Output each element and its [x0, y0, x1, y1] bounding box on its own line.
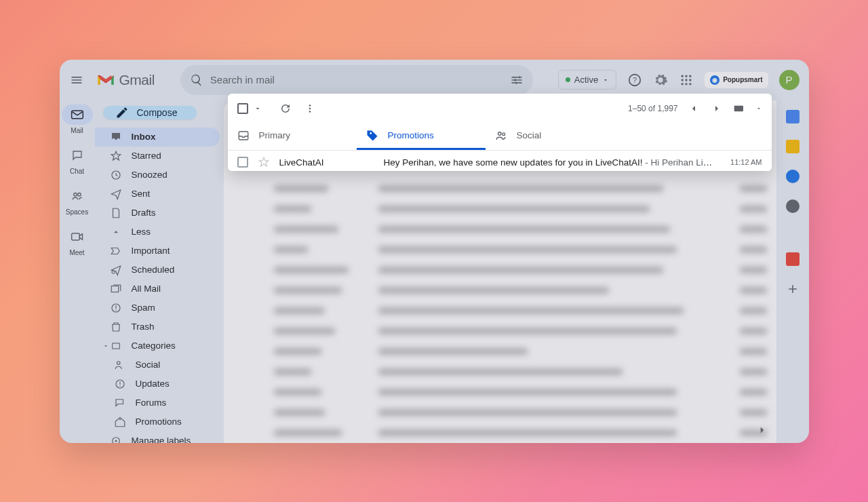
inbox-icon	[237, 130, 250, 142]
account-avatar[interactable]: P	[779, 70, 800, 90]
svg-rect-32	[239, 132, 248, 140]
next-page-button[interactable]	[709, 101, 724, 116]
nav-important[interactable]: Important	[95, 242, 220, 260]
mail-icon	[71, 109, 84, 120]
nav-scheduled[interactable]: Scheduled	[95, 260, 220, 279]
svg-point-11	[682, 83, 684, 85]
select-all-checkbox[interactable]	[237, 103, 248, 114]
mail-toolbar: 1–50 of 1,997	[228, 94, 772, 123]
nav-trash[interactable]: Trash	[95, 317, 220, 336]
nav-less[interactable]: Less	[95, 223, 220, 242]
left-rail: Mail Chat Spaces Meet	[60, 100, 95, 443]
tune-icon[interactable]	[510, 73, 524, 87]
nav-sent[interactable]: Sent	[95, 185, 220, 204]
contacts-addon-icon[interactable]	[786, 199, 800, 213]
svg-rect-31	[734, 105, 743, 111]
nav-categories[interactable]: Categories	[95, 336, 220, 355]
svg-point-9	[685, 79, 687, 81]
compose-button[interactable]: Compose	[103, 106, 197, 119]
nav-forums[interactable]: Forums	[95, 393, 220, 412]
search-bar[interactable]: Search in mail	[180, 65, 533, 95]
rail-mail[interactable]: Mail	[62, 104, 93, 134]
nav-promotions[interactable]: Promotions	[95, 412, 220, 431]
nav-starred[interactable]: Starred	[95, 147, 220, 166]
status-indicator[interactable]: Active	[558, 70, 616, 90]
svg-rect-17	[71, 233, 79, 240]
svg-point-23	[117, 361, 120, 364]
svg-rect-20	[111, 286, 119, 292]
svg-point-2	[514, 79, 516, 81]
product-name: Gmail	[119, 72, 155, 88]
search-icon	[190, 73, 203, 87]
search-placeholder: Search in mail	[210, 74, 275, 85]
nav-social[interactable]: Social	[95, 355, 220, 374]
gmail-logo[interactable]: Gmail	[96, 72, 155, 88]
refresh-button[interactable]	[278, 101, 293, 116]
extension-badge[interactable]: ◉ Popupsmart	[705, 72, 768, 88]
nav-inbox[interactable]: Inbox	[95, 128, 220, 147]
email-sender: LiveChatAI	[279, 157, 374, 168]
more-button[interactable]	[302, 101, 317, 116]
settings-button[interactable]	[653, 73, 668, 88]
svg-point-5	[682, 75, 684, 77]
rail-spaces[interactable]: Spaces	[62, 186, 93, 216]
svg-text:?: ?	[633, 75, 637, 83]
nav-spam[interactable]: Spam	[95, 298, 220, 317]
help-button[interactable]: ?	[627, 73, 642, 88]
svg-point-12	[685, 83, 687, 85]
input-tools-button[interactable]	[732, 101, 747, 116]
svg-point-6	[685, 75, 687, 77]
nav-drafts[interactable]: Drafts	[95, 204, 220, 223]
email-checkbox[interactable]	[237, 157, 248, 168]
pencil-icon	[115, 106, 129, 119]
star-icon[interactable]	[258, 156, 270, 168]
prev-page-button[interactable]	[686, 101, 701, 116]
category-tabs: Primary Promotions Social	[228, 123, 772, 151]
nav-all-mail[interactable]: All Mail	[95, 279, 220, 298]
chevron-down-icon	[602, 77, 609, 83]
svg-point-33	[498, 132, 501, 135]
calendar-addon-icon[interactable]	[786, 110, 800, 123]
meet-icon	[71, 231, 84, 242]
chevron-down-icon[interactable]	[755, 105, 762, 112]
svg-point-8	[682, 79, 684, 81]
select-dropdown-icon[interactable]	[254, 104, 262, 113]
svg-point-28	[309, 104, 311, 107]
svg-point-29	[309, 107, 311, 109]
tab-social[interactable]: Social	[486, 123, 614, 150]
svg-point-16	[77, 193, 81, 196]
tab-promotions[interactable]: Promotions	[357, 123, 486, 150]
svg-point-15	[73, 193, 77, 196]
apps-button[interactable]	[679, 73, 694, 88]
email-subject: Hey Perihan, we have some new updates fo…	[384, 157, 715, 168]
nav-snoozed[interactable]: Snoozed	[95, 166, 220, 185]
status-dot-icon	[566, 77, 570, 82]
get-addons-button[interactable]	[786, 282, 800, 296]
email-row[interactable]: LiveChatAI Hey Perihan, we have some new…	[228, 151, 772, 171]
rail-meet[interactable]: Meet	[62, 227, 93, 256]
tab-primary[interactable]: Primary	[228, 123, 357, 150]
blurred-email-list	[224, 177, 776, 443]
nav-updates[interactable]: Updates	[95, 374, 220, 393]
rail-chat[interactable]: Chat	[62, 145, 93, 175]
svg-point-0	[518, 76, 520, 78]
addon-icon[interactable]	[786, 252, 800, 266]
nav-manage-labels[interactable]: Manage labels	[95, 431, 220, 443]
side-panel-toggle[interactable]	[756, 424, 768, 436]
people-icon	[495, 130, 507, 142]
spaces-icon	[71, 190, 84, 202]
email-time: 11:12 AM	[730, 158, 762, 166]
keep-addon-icon[interactable]	[786, 140, 800, 153]
sidebar: Compose Inbox Starred Snoozed Sent Draft…	[95, 100, 224, 443]
chat-icon	[71, 149, 84, 161]
svg-point-25	[119, 419, 120, 420]
svg-point-7	[689, 75, 691, 77]
main-menu-button[interactable]	[69, 73, 84, 88]
page-counter: 1–50 of 1,997	[628, 104, 677, 113]
tasks-addon-icon[interactable]	[786, 170, 800, 183]
svg-point-30	[309, 111, 311, 113]
svg-point-13	[689, 83, 691, 85]
svg-point-27	[115, 440, 117, 442]
tag-icon	[366, 130, 378, 142]
svg-rect-22	[112, 343, 119, 349]
